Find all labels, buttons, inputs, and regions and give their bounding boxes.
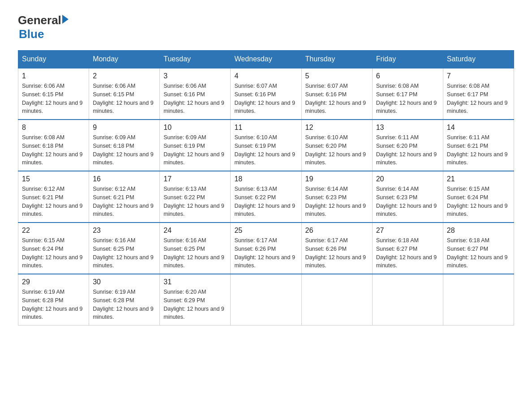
day-info: Sunrise: 6:10 AMSunset: 6:19 PMDaylight:… (234, 133, 297, 167)
calendar-cell: 12Sunrise: 6:10 AMSunset: 6:20 PMDayligh… (301, 120, 372, 171)
day-info: Sunrise: 6:13 AMSunset: 6:22 PMDaylight:… (234, 185, 297, 218)
week-row-2: 8Sunrise: 6:08 AMSunset: 6:18 PMDaylight… (18, 120, 514, 171)
day-info: Sunrise: 6:19 AMSunset: 6:28 PMDaylight:… (22, 288, 85, 321)
day-number: 16 (93, 175, 156, 183)
calendar-cell: 23Sunrise: 6:16 AMSunset: 6:25 PMDayligh… (89, 223, 160, 274)
day-info: Sunrise: 6:12 AMSunset: 6:21 PMDaylight:… (22, 185, 85, 218)
day-info: Sunrise: 6:08 AMSunset: 6:18 PMDaylight:… (22, 133, 85, 167)
calendar-cell: 15Sunrise: 6:12 AMSunset: 6:21 PMDayligh… (18, 171, 89, 223)
calendar-cell: 4Sunrise: 6:07 AMSunset: 6:16 PMDaylight… (231, 68, 301, 120)
day-info: Sunrise: 6:11 AMSunset: 6:21 PMDaylight:… (447, 133, 510, 167)
calendar-cell: 26Sunrise: 6:17 AMSunset: 6:26 PMDayligh… (301, 223, 372, 274)
calendar-cell: 20Sunrise: 6:14 AMSunset: 6:23 PMDayligh… (372, 171, 443, 223)
calendar-cell: 8Sunrise: 6:08 AMSunset: 6:18 PMDaylight… (18, 120, 89, 171)
day-info: Sunrise: 6:07 AMSunset: 6:16 PMDaylight:… (234, 82, 297, 116)
day-info: Sunrise: 6:17 AMSunset: 6:26 PMDaylight:… (305, 236, 369, 270)
day-info: Sunrise: 6:08 AMSunset: 6:17 PMDaylight:… (376, 82, 439, 116)
day-info: Sunrise: 6:13 AMSunset: 6:22 PMDaylight:… (163, 185, 227, 218)
calendar-cell: 16Sunrise: 6:12 AMSunset: 6:21 PMDayligh… (89, 171, 160, 223)
calendar-cell: 28Sunrise: 6:18 AMSunset: 6:27 PMDayligh… (443, 223, 514, 274)
calendar-cell: 24Sunrise: 6:16 AMSunset: 6:25 PMDayligh… (160, 223, 231, 274)
calendar-cell: 14Sunrise: 6:11 AMSunset: 6:21 PMDayligh… (443, 120, 514, 171)
day-info: Sunrise: 6:18 AMSunset: 6:27 PMDaylight:… (447, 236, 510, 270)
calendar-cell: 3Sunrise: 6:06 AMSunset: 6:16 PMDaylight… (160, 68, 231, 120)
day-number: 25 (234, 227, 297, 235)
week-row-1: 1Sunrise: 6:06 AMSunset: 6:15 PMDaylight… (18, 68, 514, 120)
calendar-cell: 18Sunrise: 6:13 AMSunset: 6:22 PMDayligh… (231, 171, 301, 223)
day-number: 29 (22, 278, 85, 286)
day-number: 31 (163, 278, 227, 286)
day-info: Sunrise: 6:18 AMSunset: 6:27 PMDaylight:… (376, 236, 439, 270)
day-number: 18 (234, 175, 297, 183)
day-number: 1 (22, 72, 85, 80)
day-info: Sunrise: 6:06 AMSunset: 6:16 PMDaylight:… (163, 82, 227, 116)
day-header-thursday: Thursday (301, 51, 372, 68)
day-number: 2 (93, 72, 156, 80)
logo: General Blue (18, 13, 69, 41)
day-number: 4 (234, 72, 297, 80)
day-number: 12 (305, 124, 369, 132)
day-number: 13 (376, 124, 439, 132)
day-header-monday: Monday (89, 51, 160, 68)
day-number: 21 (447, 175, 510, 183)
day-number: 5 (305, 72, 369, 80)
day-number: 7 (447, 72, 510, 80)
calendar-cell: 2Sunrise: 6:06 AMSunset: 6:15 PMDaylight… (89, 68, 160, 120)
day-info: Sunrise: 6:17 AMSunset: 6:26 PMDaylight:… (234, 236, 297, 270)
day-info: Sunrise: 6:16 AMSunset: 6:25 PMDaylight:… (163, 236, 227, 270)
day-info: Sunrise: 6:15 AMSunset: 6:24 PMDaylight:… (447, 185, 510, 218)
calendar-cell: 21Sunrise: 6:15 AMSunset: 6:24 PMDayligh… (443, 171, 514, 223)
day-info: Sunrise: 6:19 AMSunset: 6:28 PMDaylight:… (93, 288, 156, 321)
day-header-tuesday: Tuesday (160, 51, 231, 68)
calendar-cell (301, 274, 372, 325)
calendar-cell: 30Sunrise: 6:19 AMSunset: 6:28 PMDayligh… (89, 274, 160, 325)
day-info: Sunrise: 6:07 AMSunset: 6:16 PMDaylight:… (305, 82, 369, 116)
day-number: 22 (22, 227, 85, 235)
day-header-sunday: Sunday (18, 51, 89, 68)
day-info: Sunrise: 6:08 AMSunset: 6:17 PMDaylight:… (447, 82, 510, 116)
day-info: Sunrise: 6:14 AMSunset: 6:23 PMDaylight:… (376, 185, 439, 218)
calendar-table: SundayMondayTuesdayWednesdayThursdayFrid… (18, 50, 514, 325)
day-header-friday: Friday (372, 51, 443, 68)
day-info: Sunrise: 6:09 AMSunset: 6:19 PMDaylight:… (163, 133, 227, 167)
calendar-cell: 1Sunrise: 6:06 AMSunset: 6:15 PMDaylight… (18, 68, 89, 120)
day-info: Sunrise: 6:06 AMSunset: 6:15 PMDaylight:… (93, 82, 156, 116)
calendar-cell: 13Sunrise: 6:11 AMSunset: 6:20 PMDayligh… (372, 120, 443, 171)
day-number: 6 (376, 72, 439, 80)
day-header-wednesday: Wednesday (231, 51, 301, 68)
day-number: 3 (163, 72, 227, 80)
calendar-cell (443, 274, 514, 325)
page-header: General Blue (18, 13, 514, 41)
calendar-cell: 22Sunrise: 6:15 AMSunset: 6:24 PMDayligh… (18, 223, 89, 274)
day-info: Sunrise: 6:06 AMSunset: 6:15 PMDaylight:… (22, 82, 85, 116)
day-info: Sunrise: 6:12 AMSunset: 6:21 PMDaylight:… (93, 185, 156, 218)
logo-blue: Blue (19, 27, 44, 41)
day-info: Sunrise: 6:20 AMSunset: 6:29 PMDaylight:… (163, 288, 227, 321)
day-info: Sunrise: 6:15 AMSunset: 6:24 PMDaylight:… (22, 236, 85, 270)
calendar-cell: 5Sunrise: 6:07 AMSunset: 6:16 PMDaylight… (301, 68, 372, 120)
day-header-saturday: Saturday (443, 51, 514, 68)
week-row-4: 22Sunrise: 6:15 AMSunset: 6:24 PMDayligh… (18, 223, 514, 274)
calendar-cell: 17Sunrise: 6:13 AMSunset: 6:22 PMDayligh… (160, 171, 231, 223)
logo-arrow-icon (62, 15, 69, 24)
week-row-3: 15Sunrise: 6:12 AMSunset: 6:21 PMDayligh… (18, 171, 514, 223)
calendar-cell: 11Sunrise: 6:10 AMSunset: 6:19 PMDayligh… (231, 120, 301, 171)
day-number: 30 (93, 278, 156, 286)
day-number: 24 (163, 227, 227, 235)
day-info: Sunrise: 6:14 AMSunset: 6:23 PMDaylight:… (305, 185, 369, 218)
day-info: Sunrise: 6:11 AMSunset: 6:20 PMDaylight:… (376, 133, 439, 167)
day-number: 11 (234, 124, 297, 132)
day-number: 15 (22, 175, 85, 183)
calendar-header-row: SundayMondayTuesdayWednesdayThursdayFrid… (18, 51, 514, 68)
day-number: 19 (305, 175, 369, 183)
logo-general: General (18, 13, 61, 27)
day-number: 20 (376, 175, 439, 183)
day-info: Sunrise: 6:09 AMSunset: 6:18 PMDaylight:… (93, 133, 156, 167)
day-number: 27 (376, 227, 439, 235)
day-number: 23 (93, 227, 156, 235)
day-number: 9 (93, 124, 156, 132)
calendar-cell: 9Sunrise: 6:09 AMSunset: 6:18 PMDaylight… (89, 120, 160, 171)
day-number: 10 (163, 124, 227, 132)
calendar-cell: 7Sunrise: 6:08 AMSunset: 6:17 PMDaylight… (443, 68, 514, 120)
day-number: 14 (447, 124, 510, 132)
